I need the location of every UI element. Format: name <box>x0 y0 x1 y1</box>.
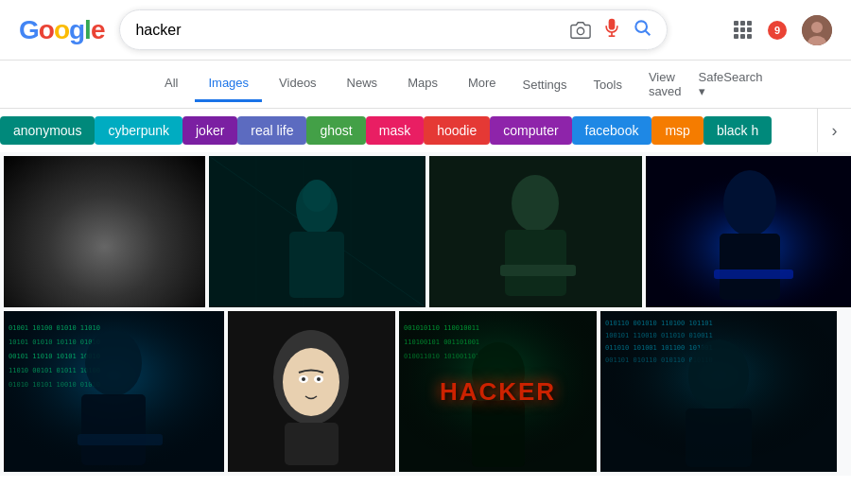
header-right: 9 <box>734 15 832 45</box>
hacker-overlay-text: HACKER <box>440 377 556 407</box>
svg-text:01001 10100 01010 11010: 01001 10100 01010 11010 <box>9 324 100 332</box>
filter-chip[interactable]: joker <box>182 116 237 145</box>
images-row-1 <box>4 156 847 307</box>
notification-badge[interactable]: 9 <box>768 21 787 40</box>
svg-line-4 <box>646 31 651 36</box>
avatar[interactable] <box>802 15 832 45</box>
search-bar: hacker <box>119 9 668 50</box>
search-input[interactable]: hacker <box>135 22 561 39</box>
tab-news[interactable]: News <box>334 66 391 102</box>
apps-grid-icon[interactable] <box>734 21 753 40</box>
svg-point-40 <box>302 377 305 381</box>
svg-point-22 <box>723 170 776 236</box>
filter-chip[interactable]: anonymous <box>0 116 95 145</box>
filter-chip[interactable]: facebook <box>572 116 652 145</box>
settings-link[interactable]: Settings <box>513 72 577 97</box>
svg-rect-42 <box>285 423 339 465</box>
image-item[interactable]: 01001 10100 01010 11010 10101 01010 1011… <box>4 311 224 472</box>
tab-all[interactable]: All <box>151 66 191 102</box>
image-item[interactable] <box>429 156 642 307</box>
svg-rect-33 <box>81 394 146 465</box>
search-icons <box>570 18 651 42</box>
svg-text:011010 101001 101100 101001: 011010 101001 101100 101001 <box>605 344 713 352</box>
image-item[interactable] <box>646 156 851 307</box>
svg-rect-24 <box>714 269 793 279</box>
tab-videos[interactable]: Videos <box>266 66 330 102</box>
svg-text:001010110 110010011: 001010110 110010011 <box>404 324 479 332</box>
nav-tabs: All Images Videos News Maps More Setting… <box>0 61 851 109</box>
image-item[interactable]: 010110 001010 110100 101101 100101 11001… <box>600 311 837 472</box>
tab-more[interactable]: More <box>455 66 510 102</box>
filter-chip[interactable]: computer <box>490 116 571 145</box>
tab-maps[interactable]: Maps <box>394 66 451 102</box>
svg-rect-49 <box>472 401 525 467</box>
filter-chip[interactable]: real life <box>237 116 306 145</box>
svg-rect-34 <box>78 434 163 445</box>
svg-point-3 <box>636 21 648 32</box>
microphone-icon[interactable] <box>602 18 621 42</box>
header: Google hacker <box>0 0 851 61</box>
image-item[interactable] <box>209 156 426 307</box>
nav-right: Settings Tools View saved SafeSearch ▾ <box>513 64 763 104</box>
svg-point-37 <box>283 348 339 416</box>
tools-link[interactable]: Tools <box>584 72 632 97</box>
filter-chip[interactable]: hoodie <box>424 116 490 145</box>
images-container: 01001 10100 01010 11010 10101 01010 1011… <box>0 152 851 476</box>
filter-chip[interactable]: black h <box>703 116 772 145</box>
svg-rect-23 <box>720 234 780 300</box>
svg-point-41 <box>317 377 321 381</box>
svg-text:100101 110010 011010 010011: 100101 110010 011010 010011 <box>605 332 713 339</box>
svg-point-6 <box>811 22 823 33</box>
chips-bar: anonymouscyberpunkjokerreal lifeghostmas… <box>0 109 851 152</box>
camera-search-icon[interactable] <box>570 20 591 41</box>
svg-point-32 <box>85 330 142 396</box>
svg-rect-19 <box>500 265 576 276</box>
safesearch-dropdown[interactable]: SafeSearch ▾ <box>699 70 763 98</box>
svg-text:10101 01010 10110 01010: 10101 01010 10110 01010 <box>9 339 100 346</box>
svg-text:01010 10101 10010 01010: 01010 10101 10010 01010 <box>9 381 100 389</box>
svg-rect-14 <box>289 232 344 298</box>
image-item[interactable] <box>4 156 205 307</box>
google-logo: Google <box>19 15 104 45</box>
chips-next-button[interactable]: › <box>817 109 851 152</box>
svg-rect-57 <box>686 408 752 467</box>
svg-rect-18 <box>505 230 566 296</box>
images-row-2: 01001 10100 01010 11010 10101 01010 1011… <box>4 311 847 472</box>
filter-chip[interactable]: msp <box>651 116 703 145</box>
filter-chip[interactable]: mask <box>366 116 424 145</box>
image-item[interactable]: 001010110 110010011 110100101 001101001 … <box>399 311 597 472</box>
search-submit-icon[interactable] <box>633 18 651 42</box>
filter-chip[interactable]: ghost <box>306 116 365 145</box>
view-saved-link[interactable]: View saved <box>639 64 691 104</box>
image-item[interactable] <box>228 311 395 472</box>
svg-point-15 <box>303 180 331 212</box>
svg-text:010110 001010 110100 101101: 010110 001010 110100 101101 <box>605 320 713 327</box>
tab-images[interactable]: Images <box>195 66 262 102</box>
filter-chip[interactable]: cyberpunk <box>95 116 182 145</box>
svg-point-56 <box>688 339 749 411</box>
svg-point-17 <box>512 175 559 232</box>
svg-point-0 <box>578 27 584 34</box>
chevron-right-icon: › <box>832 121 838 141</box>
svg-text:110100101 001101001: 110100101 001101001 <box>404 339 479 346</box>
svg-text:010011010 101001101: 010011010 101001101 <box>404 353 479 360</box>
